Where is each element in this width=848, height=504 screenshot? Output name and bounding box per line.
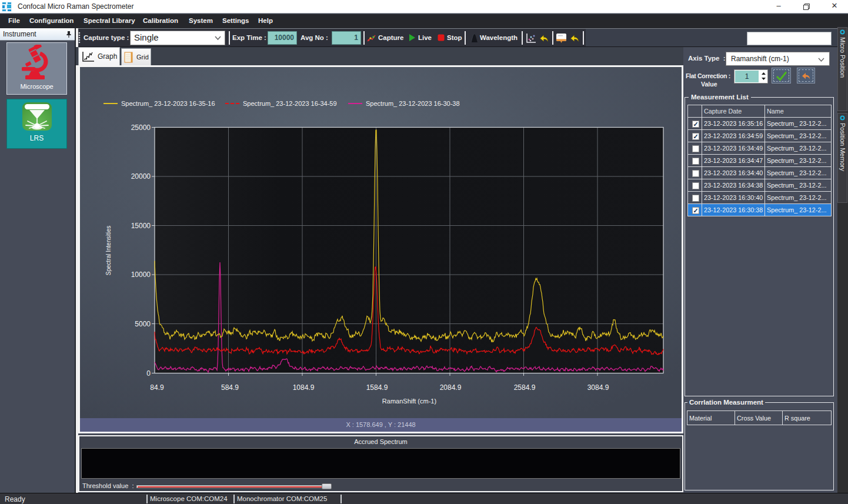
svg-text:2584.9: 2584.9 <box>514 383 536 392</box>
svg-text:5000: 5000 <box>135 320 151 328</box>
svg-text:584.9: 584.9 <box>221 383 239 392</box>
svg-text:1084.9: 1084.9 <box>293 383 315 392</box>
svg-text:3084.9: 3084.9 <box>587 383 609 392</box>
svg-text:2084.9: 2084.9 <box>440 383 462 392</box>
svg-text:1584.9: 1584.9 <box>366 383 388 392</box>
svg-text:10000: 10000 <box>131 271 151 279</box>
svg-text:0: 0 <box>146 369 151 378</box>
svg-text:Spectrum_ 23-12-2023 16-30-38: Spectrum_ 23-12-2023 16-30-38 <box>366 100 460 107</box>
svg-text:Spectrum_ 23-12-2023 16-35-16: Spectrum_ 23-12-2023 16-35-16 <box>121 100 215 107</box>
svg-text:15000: 15000 <box>131 222 151 230</box>
svg-text:Spectral Intensities: Spectral Intensities <box>105 226 112 276</box>
svg-text:20000: 20000 <box>131 172 151 181</box>
svg-text:Spectrum_ 23-12-2023 16-34-59: Spectrum_ 23-12-2023 16-34-59 <box>243 100 337 107</box>
svg-text:84.9: 84.9 <box>150 383 164 392</box>
svg-text:25000: 25000 <box>131 124 151 132</box>
svg-text:RamanShift (cm-1): RamanShift (cm-1) <box>382 398 436 405</box>
